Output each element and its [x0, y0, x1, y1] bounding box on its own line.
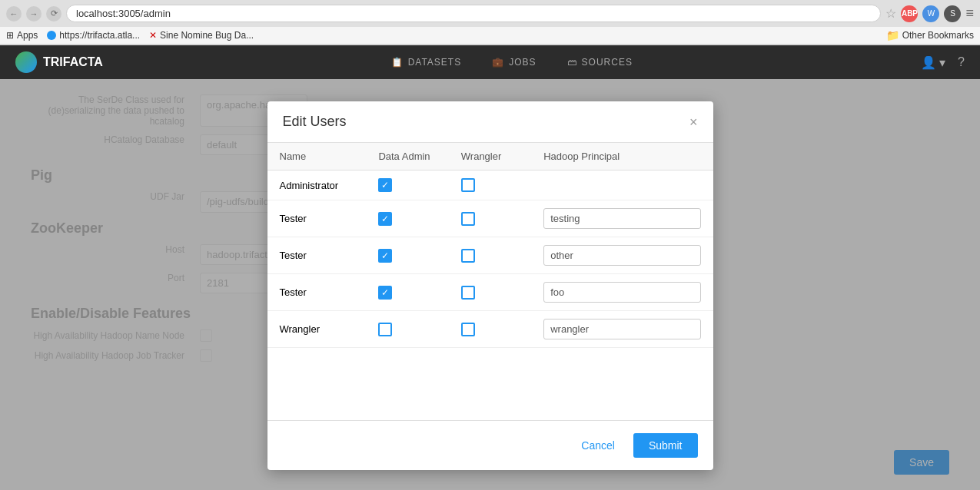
table-row: Tester — [267, 200, 713, 237]
checkbox-wrangler-4[interactable] — [461, 323, 475, 336]
cell-wrangler-4[interactable] — [449, 311, 531, 348]
cell-hadoop-2 — [531, 237, 713, 274]
cell-name-1: Tester — [267, 200, 367, 237]
browser-toolbar: ← → ⟳ localhost:3005/admin ☆ ABP W S ≡ — [0, 0, 980, 27]
table-row: Tester — [267, 274, 713, 311]
nav-jobs[interactable]: 💼 JOBS — [492, 57, 536, 68]
modal-close-button[interactable]: × — [689, 115, 698, 129]
cell-dataadmin-2[interactable] — [366, 237, 448, 274]
table-header-row: Name Data Admin Wrangler Hadoop Principa… — [267, 143, 713, 171]
cell-wrangler-1[interactable] — [449, 200, 531, 237]
menu-button[interactable]: ≡ — [965, 5, 974, 22]
checkbox-dataadmin-4[interactable] — [378, 323, 392, 336]
extension-icon-1: W — [922, 5, 939, 22]
sources-icon: 🗃 — [567, 57, 577, 68]
extension-icon-2: S — [944, 5, 961, 22]
jobs-icon: 💼 — [492, 57, 504, 68]
address-bar[interactable]: localhost:3005/admin — [66, 5, 881, 22]
cell-dataadmin-4[interactable] — [366, 311, 448, 348]
help-button[interactable]: ? — [958, 55, 965, 69]
logo-text: TRIFACTA — [43, 55, 103, 69]
header-right: 👤 ▾ ? — [921, 55, 965, 70]
user-menu-button[interactable]: 👤 ▾ — [921, 55, 945, 70]
cell-name-2: Tester — [267, 237, 367, 274]
logo-icon — [15, 51, 37, 73]
nav-sources[interactable]: 🗃 SOURCES — [567, 57, 633, 68]
cell-hadoop-0 — [531, 171, 713, 200]
submit-button[interactable]: Submit — [633, 433, 698, 458]
hadoop-principal-input-4[interactable] — [543, 319, 700, 339]
col-header-wrangler: Wrangler — [449, 143, 531, 171]
other-bookmarks[interactable]: 📁 Other Bookmarks — [886, 29, 974, 41]
modal-body: Name Data Admin Wrangler Hadoop Principa… — [267, 143, 713, 420]
col-header-dataadmin: Data Admin — [366, 143, 448, 171]
col-header-name: Name — [267, 143, 367, 171]
cell-wrangler-3[interactable] — [449, 274, 531, 311]
checkbox-dataadmin-2[interactable] — [378, 249, 392, 263]
cell-name-3: Tester — [267, 274, 367, 311]
cell-dataadmin-1[interactable] — [366, 200, 448, 237]
table-row: Tester — [267, 237, 713, 274]
modal-title: Edit Users — [283, 114, 347, 130]
checkbox-dataadmin-1[interactable] — [378, 212, 392, 226]
table-row: Wrangler — [267, 311, 713, 348]
profile-icon: ABP — [901, 5, 918, 22]
bookmark-apps[interactable]: ⊞ Apps — [6, 30, 38, 41]
nav-links: 📋 DATASETS 💼 JOBS 🗃 SOURCES — [134, 57, 890, 68]
edit-users-modal: Edit Users × Name Data Admin Wrangler Ha… — [267, 101, 713, 470]
col-header-hadoop: Hadoop Principal — [531, 143, 713, 171]
browser-chrome: ← → ⟳ localhost:3005/admin ☆ ABP W S ≡ ⊞… — [0, 0, 980, 45]
cell-wrangler-2[interactable] — [449, 237, 531, 274]
back-button[interactable]: ← — [6, 6, 22, 22]
checkbox-dataadmin-3[interactable] — [378, 286, 392, 300]
hadoop-principal-input-3[interactable] — [543, 282, 700, 303]
nav-datasets[interactable]: 📋 DATASETS — [391, 57, 462, 68]
users-table: Name Data Admin Wrangler Hadoop Principa… — [267, 143, 713, 348]
cell-dataadmin-3[interactable] — [366, 274, 448, 311]
bookmark-trifacta[interactable]: https://trifacta.atla... — [47, 30, 140, 41]
bookmarks-bar: ⊞ Apps https://trifacta.atla... ✕ Sine N… — [0, 27, 980, 45]
checkbox-wrangler-3[interactable] — [461, 286, 475, 300]
datasets-icon: 📋 — [391, 57, 404, 68]
cell-name-4: Wrangler — [267, 311, 367, 348]
app-header: TRIFACTA 📋 DATASETS 💼 JOBS 🗃 SOURCES 👤 ▾… — [0, 45, 980, 79]
modal-overlay: Edit Users × Name Data Admin Wrangler Ha… — [0, 79, 980, 490]
checkbox-dataadmin-0[interactable] — [378, 178, 392, 192]
cell-hadoop-3 — [531, 274, 713, 311]
modal-footer: Cancel Submit — [267, 420, 713, 470]
cell-dataadmin-0[interactable] — [366, 171, 448, 200]
forward-button[interactable]: → — [26, 6, 42, 22]
page-content: The SerDe Class used for (de)serializing… — [0, 79, 980, 490]
checkbox-wrangler-1[interactable] — [461, 212, 475, 226]
modal-header: Edit Users × — [267, 101, 713, 143]
cell-name-0: Administrator — [267, 171, 367, 200]
cancel-button[interactable]: Cancel — [570, 433, 626, 458]
bookmark-sine[interactable]: ✕ Sine Nomine Bug Da... — [149, 30, 254, 41]
cell-wrangler-0[interactable] — [449, 171, 531, 200]
hadoop-principal-input-2[interactable] — [543, 245, 700, 266]
checkbox-wrangler-0[interactable] — [461, 178, 475, 192]
cell-hadoop-1 — [531, 200, 713, 237]
checkbox-wrangler-2[interactable] — [461, 249, 475, 263]
bookmark-star[interactable]: ☆ — [885, 6, 896, 21]
reload-button[interactable]: ⟳ — [46, 6, 61, 22]
table-row: Administrator — [267, 171, 713, 200]
hadoop-principal-input-1[interactable] — [543, 208, 700, 229]
cell-hadoop-4 — [531, 311, 713, 348]
logo: TRIFACTA — [15, 51, 103, 73]
